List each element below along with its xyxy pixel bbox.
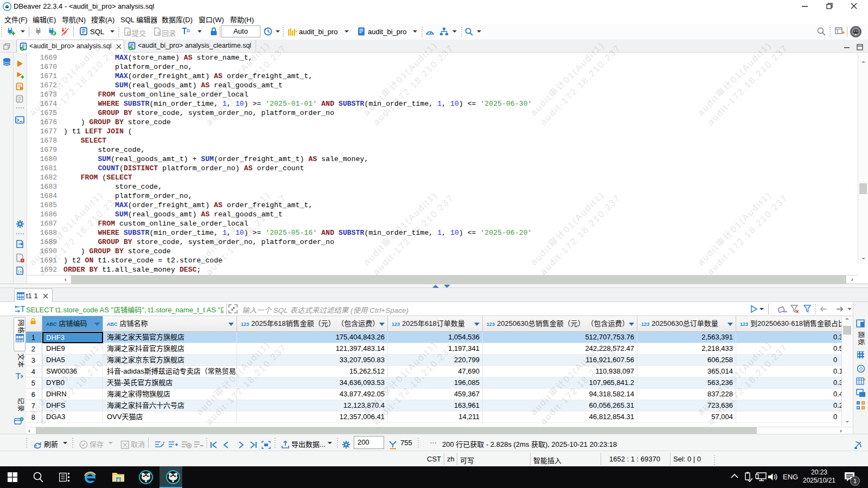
svg-text:1: 1 [853, 478, 857, 484]
svg-text:(x): (x) [17, 269, 24, 274]
